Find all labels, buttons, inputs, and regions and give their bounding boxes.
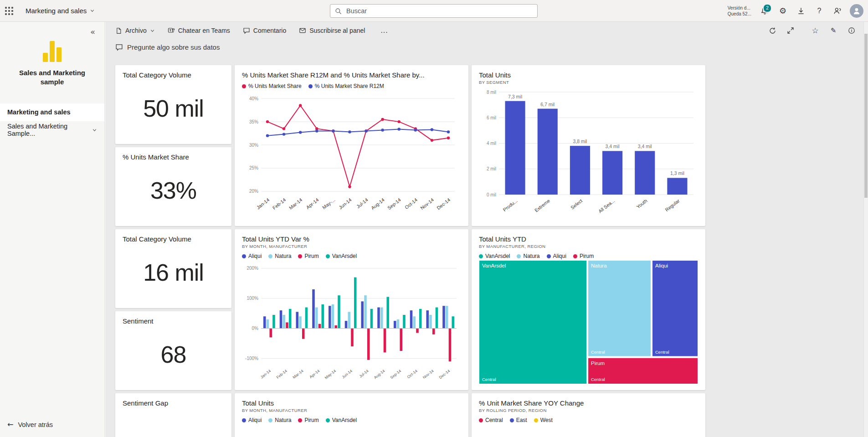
- app-launcher-button[interactable]: [0, 0, 18, 21]
- legend-dot: [242, 254, 246, 258]
- tile-units-ytd-var-chart[interactable]: Total Units YTD Var % BY MONTH, MANUFACT…: [235, 229, 468, 390]
- svg-text:3,4 mil: 3,4 mil: [606, 144, 620, 149]
- action-bar: Archivo Chatear en Teams Comentario Susc…: [105, 22, 863, 39]
- tile-market-share-line-chart[interactable]: % Units Market Share R12M and % Units Ma…: [235, 65, 468, 226]
- tile-total-units-by-month[interactable]: Total Units BY MONTH, MANUFACTURER Aliqu…: [235, 393, 468, 437]
- legend-dot: [326, 254, 330, 258]
- chevron-down-icon: [150, 28, 155, 33]
- subscribe-label: Suscribirse al panel: [309, 27, 365, 34]
- file-menu-button[interactable]: Archivo: [115, 27, 155, 34]
- svg-text:Feb-14: Feb-14: [272, 197, 287, 211]
- tile-sentiment[interactable]: Sentiment 68: [115, 311, 231, 390]
- trial-line2: Queda 52...: [728, 11, 751, 17]
- svg-text:8 mil: 8 mil: [487, 90, 496, 95]
- vertical-scrollbar[interactable]: [863, 22, 868, 437]
- svg-text:Dec-14: Dec-14: [438, 369, 451, 380]
- sidebar-item-label: Marketing and sales: [7, 108, 71, 116]
- tile-title: % Units Market Share: [123, 153, 224, 161]
- tile-total-units-by-segment[interactable]: Total Units BY SEGMENT 8 mil6 mil4 mil2 …: [472, 65, 705, 226]
- info-button[interactable]: [846, 25, 857, 36]
- svg-text:May-...: May-...: [321, 197, 336, 210]
- legend-dot: [268, 418, 272, 422]
- svg-text:Extreme: Extreme: [534, 198, 551, 213]
- svg-text:Jun-14: Jun-14: [341, 369, 353, 380]
- sidebar-item-sales-and-marketing-sample[interactable]: Sales and Marketing Sample...: [0, 121, 104, 139]
- workspace-switcher[interactable]: Marketing and sales: [26, 7, 95, 15]
- download-icon: [797, 7, 805, 15]
- pencil-icon: ✎: [831, 26, 837, 35]
- legend-dot: [242, 418, 246, 422]
- tile-title: Total Category Volume: [123, 235, 224, 243]
- kpi-value: 16 mil: [143, 259, 204, 286]
- chart-legend: VanArsdelNaturaAliquiPirum: [479, 253, 698, 259]
- person-feedback-icon: [833, 7, 842, 15]
- legend-dot: [510, 418, 514, 422]
- info-icon: [848, 27, 855, 34]
- legend-item: Pirum: [298, 253, 318, 259]
- comment-button[interactable]: Comentario: [243, 27, 286, 34]
- sidebar-item-marketing-and-sales[interactable]: Marketing and sales: [0, 103, 104, 121]
- scrollbar-thumb[interactable]: [864, 34, 868, 198]
- subscribe-button[interactable]: Suscribirse al panel: [299, 27, 365, 34]
- download-button[interactable]: [793, 3, 809, 19]
- search-input[interactable]: [345, 7, 533, 15]
- svg-text:Dec-14: Dec-14: [436, 197, 451, 211]
- svg-text:Sep-14: Sep-14: [386, 197, 402, 211]
- legend-item: % Units Market Share R12M: [308, 83, 384, 89]
- fullscreen-button[interactable]: [785, 25, 796, 36]
- tile-total-category-volume-2[interactable]: Total Category Volume 16 mil: [115, 229, 231, 308]
- svg-text:Central: Central: [655, 350, 669, 355]
- chat-in-teams-button[interactable]: Chatear en Teams: [168, 27, 230, 34]
- svg-text:Pirum: Pirum: [591, 360, 605, 366]
- svg-text:Central: Central: [591, 350, 605, 355]
- search-box[interactable]: [330, 4, 538, 18]
- gear-icon: ⚙: [779, 6, 786, 15]
- edit-button[interactable]: ✎: [828, 25, 839, 36]
- legend-item: Pirum: [573, 253, 594, 259]
- legend-item: Aliqui: [242, 417, 262, 423]
- svg-text:Central: Central: [591, 377, 605, 382]
- subscribe-icon: [299, 27, 306, 34]
- chart-legend: AliquiNaturaPirumVanArsdel: [242, 417, 461, 423]
- tile-title: % Unit Market Share YOY Change: [479, 399, 698, 407]
- favorite-button[interactable]: ☆: [810, 25, 821, 36]
- tile-units-market-share-kpi[interactable]: % Units Market Share 33%: [115, 147, 231, 226]
- tile-yoy-change[interactable]: % Unit Market Share YOY Change BY ROLLIN…: [472, 393, 705, 437]
- feedback-button[interactable]: [830, 3, 845, 19]
- tile-subtitle: BY SEGMENT: [479, 80, 698, 85]
- settings-button[interactable]: ⚙: [775, 3, 791, 19]
- svg-text:6 mil: 6 mil: [487, 115, 496, 120]
- tile-sentiment-gap[interactable]: Sentiment Gap: [115, 393, 231, 437]
- trial-status[interactable]: Versión d... Queda 52...: [728, 5, 751, 17]
- sidebar-item-label: Sales and Marketing Sample...: [7, 123, 92, 137]
- back-button[interactable]: ← Volver atrás: [7, 420, 53, 429]
- clipped-chart-area: 800: [242, 424, 461, 437]
- svg-text:0%: 0%: [252, 326, 259, 331]
- svg-text:200%: 200%: [247, 266, 258, 271]
- svg-text:Oct-14: Oct-14: [404, 197, 418, 210]
- svg-text:Natura: Natura: [591, 263, 607, 268]
- legend-item: Central: [479, 417, 503, 423]
- treemap-canvas: VanArsdelCentralNaturaCentralAliquiCentr…: [479, 260, 698, 384]
- legend-dot: [268, 254, 272, 258]
- help-button[interactable]: ?: [812, 3, 827, 19]
- refresh-button[interactable]: [767, 25, 778, 36]
- qa-ask-box[interactable]: Pregunte algo sobre sus datos: [115, 43, 257, 54]
- notifications-button[interactable]: 2: [757, 3, 772, 19]
- collapse-sidebar-button[interactable]: «: [87, 26, 98, 37]
- legend-item: % Units Market Share: [242, 83, 302, 89]
- svg-text:Nov-14: Nov-14: [419, 197, 435, 211]
- legend-dot: [573, 254, 577, 258]
- top-header: Marketing and sales Versión d... Queda 5…: [0, 0, 868, 22]
- tile-total-category-volume-1[interactable]: Total Category Volume 50 mil: [115, 65, 231, 144]
- user-avatar[interactable]: [850, 4, 863, 18]
- svg-text:30%: 30%: [249, 143, 258, 148]
- line-chart-canvas: 40%35%30%25%20%Jan-14Feb-14Mar-14Apr-14M…: [242, 90, 461, 220]
- tile-total-units-ytd-treemap[interactable]: Total Units YTD BY MANUFACTURER, REGION …: [472, 229, 705, 390]
- more-options-button[interactable]: ...: [378, 26, 390, 35]
- legend-dot: [517, 254, 521, 258]
- back-label: Volver atrás: [18, 421, 53, 428]
- waffle-icon: [5, 7, 13, 15]
- legend-item: Aliqui: [547, 253, 566, 259]
- sidebar-nav: Marketing and sales Sales and Marketing …: [0, 103, 104, 139]
